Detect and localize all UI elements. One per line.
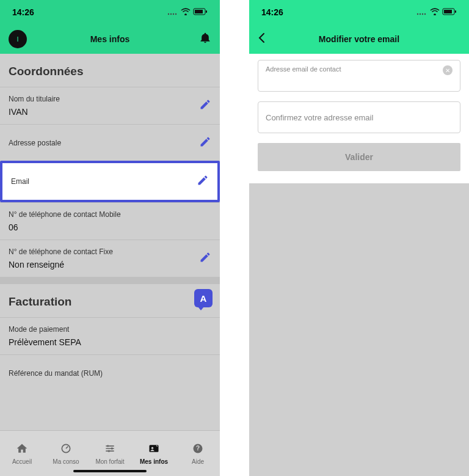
row-email-highlighted[interactable]: Email [0, 161, 220, 202]
section-divider [0, 277, 220, 284]
fixed-value: Non renseigné [9, 260, 113, 269]
sliders-icon [104, 442, 116, 456]
row-holder-name: Nom du titulaire IVAN [0, 87, 220, 124]
clear-icon[interactable]: ✕ [443, 65, 453, 75]
tab-ma-conso[interactable]: Ma conso [44, 431, 88, 476]
email-label: Email [11, 177, 29, 186]
postal-label: Adresse postale [9, 139, 61, 147]
header: Modifier votre email [249, 24, 469, 54]
svg-rect-20 [444, 10, 452, 13]
tab-label: Accueil [12, 458, 32, 465]
svg-point-2 [173, 13, 174, 15]
row-postal-address: Adresse postale [0, 124, 220, 161]
mobile-label: N° de téléphone de contact Mobile [9, 210, 121, 219]
email-input[interactable]: Adresse email de contact ✕ [258, 60, 460, 92]
payment-value: Prélèvement SEPA [9, 337, 81, 347]
section-coordonnees-title: Coordonnées [0, 54, 220, 87]
wifi-icon [430, 7, 440, 17]
email-input-label: Adresse email de contact [266, 65, 341, 73]
status-icons [167, 7, 208, 17]
svg-rect-21 [455, 10, 456, 13]
cellular-icon [167, 7, 178, 17]
svg-point-12 [151, 447, 153, 449]
svg-text:?: ? [196, 445, 200, 452]
svg-point-17 [422, 13, 423, 15]
svg-point-16 [420, 13, 421, 15]
svg-point-1 [170, 13, 172, 15]
wifi-icon [181, 7, 191, 17]
screenshot-gap [220, 0, 249, 476]
svg-point-8 [107, 445, 109, 447]
status-time: 14:26 [261, 7, 283, 17]
section-facturation-title: Facturation [0, 284, 220, 317]
fixed-label: N° de téléphone de contact Fixe [9, 247, 113, 256]
svg-rect-5 [195, 10, 203, 13]
help-icon: ? [192, 442, 204, 456]
svg-point-9 [111, 447, 113, 449]
mobile-value: 06 [9, 222, 121, 232]
validate-label: Valider [345, 152, 373, 162]
row-fixed-phone: N° de téléphone de contact Fixe Non rens… [0, 240, 220, 277]
annotation-marker-a: A [194, 289, 213, 307]
svg-point-3 [175, 13, 176, 15]
battery-icon [193, 7, 208, 17]
svg-point-10 [108, 450, 110, 452]
confirm-email-input[interactable]: Confirmez votre adresse email [258, 101, 460, 133]
svg-point-0 [168, 13, 169, 15]
tab-label: Ma conso [53, 458, 79, 465]
holder-value: IVAN [9, 107, 60, 117]
empty-area [249, 191, 469, 476]
edit-icon[interactable] [199, 136, 211, 150]
page-title: Mes infos [0, 34, 220, 44]
content: Adresse email de contact ✕ Confirmez vot… [249, 54, 469, 476]
home-icon [16, 442, 28, 456]
edit-icon[interactable] [197, 174, 209, 189]
svg-point-18 [424, 13, 426, 15]
holder-label: Nom du titulaire [9, 95, 60, 103]
status-bar: 14:26 [0, 0, 220, 24]
header: I Mes infos [0, 24, 220, 54]
tab-label: Aide [192, 458, 204, 465]
avatar[interactable]: I [9, 30, 27, 48]
row-mandate-ref: Référence du mandat (RUM) [0, 354, 220, 391]
status-icons [416, 7, 457, 17]
gauge-icon [60, 442, 72, 456]
home-indicator [73, 470, 147, 472]
notifications-icon[interactable] [199, 32, 211, 46]
svg-rect-6 [206, 10, 207, 13]
confirm-email-placeholder: Confirmez votre adresse email [266, 113, 373, 122]
validate-button[interactable]: Valider [258, 143, 460, 171]
user-card-icon [148, 442, 160, 456]
tab-mon-forfait[interactable]: Mon forfait [88, 431, 132, 476]
tab-mes-infos[interactable]: Mes infos [132, 431, 176, 476]
battery-icon [442, 7, 457, 17]
tab-label: Mes infos [140, 458, 168, 465]
phone-right-edit-email: 14:26 Modifier votre email Adresse email… [249, 0, 469, 476]
phone-left-my-info: 14:26 I Mes infos Coordonnées Nom du tit… [0, 0, 220, 476]
content-scroll[interactable]: Coordonnées Nom du titulaire IVAN Adress… [0, 54, 220, 430]
tab-aide[interactable]: ? Aide [176, 431, 220, 476]
tab-bar: Accueil Ma conso Mon forfait Mes infos ?… [0, 430, 220, 476]
row-mobile-phone: N° de téléphone de contact Mobile 06 [0, 202, 220, 240]
tab-label: Mon forfait [95, 458, 124, 465]
svg-point-15 [417, 13, 418, 15]
row-payment-mode: Mode de paiement Prélèvement SEPA [0, 317, 220, 354]
status-bar: 14:26 [249, 0, 469, 24]
status-time: 14:26 [12, 7, 34, 17]
mandate-label: Référence du mandat (RUM) [9, 369, 103, 378]
edit-icon[interactable] [199, 251, 211, 266]
back-button[interactable] [258, 32, 266, 46]
email-form: Adresse email de contact ✕ Confirmez vot… [249, 54, 469, 183]
payment-label: Mode de paiement [9, 325, 81, 334]
edit-icon[interactable] [199, 98, 211, 113]
cellular-icon [416, 7, 427, 17]
tab-accueil[interactable]: Accueil [0, 431, 44, 476]
page-title: Modifier votre email [249, 34, 469, 44]
